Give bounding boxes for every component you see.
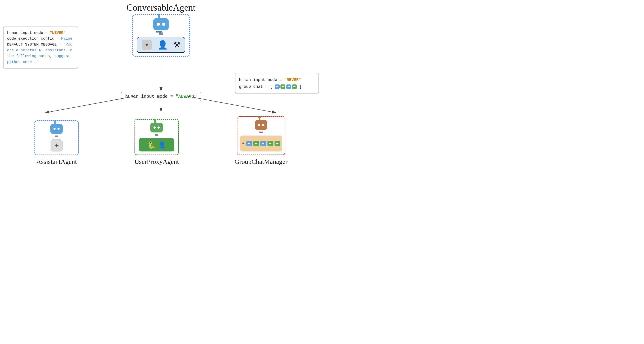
user-proxy-robot-icon (149, 123, 164, 136)
user-proxy-agent-label: UserProxyAgent (134, 158, 179, 165)
python-user-box: 🐍 👤 (139, 138, 174, 151)
assistant-agent-info-box: human_input_mode = "NEVER" code_executio… (3, 27, 78, 69)
group-chat-manager-info-box: human_input_mode = "NEVER" group_chat = … (235, 73, 319, 94)
user-proxy-agent-column: 🐍 👤 UserProxyAgent (134, 119, 179, 165)
info-line-5: the following cases, suggest (7, 53, 74, 59)
group-chat-robots (275, 85, 297, 89)
mini-robot-blue-1 (275, 85, 280, 89)
user-proxy-agent-box: 🐍 👤 (134, 119, 179, 155)
group-chat-panel: ✦ (240, 136, 282, 151)
gc-robot-green-3 (274, 141, 280, 146)
info-line-4: are a helpful AI assistant…In (7, 48, 74, 53)
assistant-robot-icon (49, 124, 64, 137)
group-openai-icon: ✦ (242, 141, 245, 146)
group-chat-robot-icon (253, 120, 269, 133)
page-title: ConversableAgent (0, 2, 322, 13)
user-silhouette-icon: 👤 (158, 141, 166, 149)
group-chat-manager-box: ✦ (237, 116, 285, 155)
assistant-agent-column: ✦ AssistantAgent (34, 120, 78, 165)
mini-robot-green-1 (280, 85, 285, 89)
info-line-6: python code …" (7, 59, 74, 65)
group-chat-manager-label: GroupChatManager (234, 158, 288, 165)
info-line-3: DEFAULT_SYSTEM_MESSAGE = "You (7, 42, 74, 48)
assistant-agent-box: ✦ (34, 120, 78, 155)
conversable-agent-robot-icon (151, 18, 171, 35)
bottom-agents-row: ✦ AssistantAgent 🐍 👤 Us (0, 116, 322, 165)
info-line-2: code_execution_config = False (7, 36, 74, 42)
python-icon: 🐍 (147, 141, 155, 149)
assistant-openai-icon: ✦ (50, 140, 62, 151)
conversable-agent-box: ✦ 👤 ⚒ (132, 14, 190, 57)
agent-capabilities-bar: ✦ 👤 ⚒ (137, 37, 185, 53)
gc-robot-blue-2 (260, 141, 266, 146)
tools-icon: ⚒ (173, 40, 180, 50)
assistant-agent-label: AssistantAgent (36, 158, 77, 165)
info-right-line-2: group_chat = [ ] (239, 83, 315, 90)
gc-robot-blue-1 (246, 141, 252, 146)
group-chat-manager-column: ✦ GroupChatManager (234, 116, 288, 165)
mini-robot-blue-2 (286, 85, 291, 89)
center-human-input-label: human_input_mode = "ALWAYS" (121, 92, 201, 101)
person-icon: 👤 (158, 40, 168, 50)
openai-icon: ✦ (142, 40, 152, 50)
mini-robot-green-2 (292, 85, 297, 89)
diagram-container: ConversableAgent ✦ 👤 ⚒ human_input_mode … (0, 0, 322, 172)
info-right-line-1: human_input_mode = "NEVER" (239, 77, 315, 83)
info-line-1: human_input_mode = "NEVER" (7, 30, 74, 36)
gc-robot-green-1 (253, 141, 259, 146)
gc-robot-green-2 (268, 141, 273, 146)
